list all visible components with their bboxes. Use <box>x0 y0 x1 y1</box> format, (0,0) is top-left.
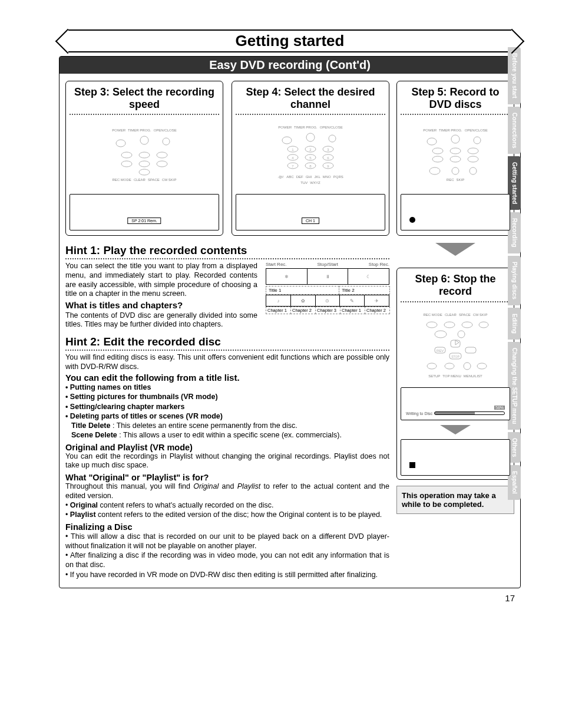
svg-point-46 <box>479 322 488 328</box>
page-header: Getting started <box>59 29 521 52</box>
svg-point-42 <box>470 167 477 174</box>
hint2-sub3-body: Throughout this manual, you will find Or… <box>65 482 389 500</box>
hint2-sub2: Original and Playlist (VR mode) <box>65 443 389 452</box>
svg-point-34 <box>432 148 443 154</box>
stop-square-icon <box>409 462 415 468</box>
svg-text:REV: REV <box>437 349 444 353</box>
hint2-sub2-body: You can edit the recordings in Playlist … <box>65 452 389 470</box>
svg-point-8 <box>157 161 167 167</box>
progress-bar <box>434 411 505 415</box>
step-6-box: Step 6: Stop the record REC MODECLEARSPA… <box>396 268 514 479</box>
progress-label: Writing to Disc <box>406 411 432 416</box>
timeline-start-rec: Start Rec. <box>266 262 287 267</box>
hint2-sub3: What "Original" or "Playlist" is for? <box>65 473 389 482</box>
svg-point-56 <box>427 363 437 369</box>
step-3-box: Step 3: Select the recording speed POWER… <box>65 81 223 236</box>
svg-text:STOP: STOP <box>451 355 459 358</box>
tab-before-you-start[interactable]: Before you start <box>508 47 521 104</box>
hint2-sub1: You can edit the following from a title … <box>65 373 389 383</box>
svg-point-40 <box>429 167 440 174</box>
step-4-title: Step 4: Select the desired channel <box>236 86 385 115</box>
svg-text:1: 1 <box>292 148 294 151</box>
hint1-sub1-body: The contents of DVD disc are generally d… <box>65 311 257 329</box>
page-body: Easy DVD recording (Cont'd) Step 3: Sele… <box>59 56 521 588</box>
svg-point-11 <box>306 133 315 141</box>
svg-point-41 <box>452 167 459 174</box>
hint2-fin-1: • After finalizing a disc if the recordi… <box>65 551 389 570</box>
svg-point-36 <box>468 148 478 154</box>
hint2-title: Hint 2: Edit the recorded disc <box>65 335 389 351</box>
timeline-ch1-1: Chapter 1 <box>266 307 291 314</box>
side-tab-bar: Before you start Connections Getting sta… <box>508 47 521 627</box>
timeline-ch2-1: Chapter 1 <box>340 307 365 314</box>
svg-point-2 <box>163 138 170 145</box>
svg-point-31 <box>427 138 437 145</box>
svg-point-45 <box>462 322 472 328</box>
svg-text:4: 4 <box>292 156 294 160</box>
remote-diagram-step6: REC MODECLEARSPACECM SKIP REV STOP SETUP… <box>401 307 510 384</box>
svg-point-33 <box>474 137 481 144</box>
svg-point-12 <box>329 135 336 142</box>
svg-point-58 <box>464 363 471 370</box>
subheader: Easy DVD recording (Cont'd) <box>59 57 520 74</box>
svg-rect-53 <box>465 347 476 353</box>
hint2-bullet-0: • Putting names on titles <box>65 383 389 392</box>
svg-point-5 <box>157 152 167 158</box>
hint1-sub1: What is titles and chapters? <box>65 300 257 311</box>
hint2-bullet-1: • Setting pictures for thumbnails (VR mo… <box>65 392 389 401</box>
screen-step4: CH 1 <box>236 194 385 230</box>
screen-step5 <box>401 194 510 230</box>
hint1-timeline-diagram: Start Rec. Stop/Start Stop Rec. ❄ ⏸ ☾ Ti… <box>266 262 389 330</box>
step6-note: This operation may take a while to be co… <box>396 486 514 514</box>
step-3-title: Step 3: Select the recording speed <box>70 86 219 115</box>
hint1-body-col: You can select the title you want to pla… <box>65 262 257 330</box>
svg-point-44 <box>444 322 455 328</box>
svg-point-7 <box>139 161 150 167</box>
svg-point-38 <box>450 156 461 162</box>
svg-point-57 <box>445 363 454 369</box>
svg-point-10 <box>282 137 292 144</box>
svg-point-39 <box>468 156 478 162</box>
step-4-box: Step 4: Select the desired channel POWER… <box>232 81 389 236</box>
screen-step6-progress: Writing to Disc <box>401 387 510 420</box>
hint1-title: Hint 1: Play the recorded contents <box>65 244 389 259</box>
svg-point-43 <box>427 322 437 328</box>
svg-point-9 <box>139 169 150 175</box>
timeline-title2: Title 2 <box>339 286 390 295</box>
screen-label-step3: SP 2:01 Rem. <box>127 218 161 224</box>
screen-label-step4: CH 1 <box>302 218 319 224</box>
svg-marker-49 <box>455 340 459 345</box>
svg-text:3: 3 <box>327 148 329 151</box>
svg-point-1 <box>140 136 148 144</box>
hint2-bullet-2: • Setting/clearing chapter markers <box>65 402 389 411</box>
hint2-sub4: Finalizing a Disc <box>65 522 389 532</box>
tab-editing[interactable]: Editing <box>508 308 521 340</box>
hint2-fin-0: • This will allow a disc that is recorde… <box>65 532 389 551</box>
remote-diagram-step5: POWERTIMER PROG.OPEN/CLOSE RECSKIP <box>401 120 510 190</box>
page-title: Getting started <box>68 29 511 52</box>
timeline-ch1-2: Chapter 2 <box>290 307 316 314</box>
arrow-down-icon-2 <box>440 425 471 434</box>
svg-text:5: 5 <box>309 156 312 160</box>
svg-text:7: 7 <box>292 164 294 168</box>
svg-text:9: 9 <box>327 164 329 168</box>
svg-point-59 <box>477 363 487 369</box>
hint2-fin-2: • If you have recorded in VR mode on DVD… <box>65 570 389 579</box>
svg-point-6 <box>121 161 132 167</box>
svg-point-47 <box>435 331 447 338</box>
svg-point-32 <box>451 135 459 143</box>
svg-point-4 <box>139 152 150 158</box>
timeline-title1: Title 1 <box>266 286 339 295</box>
step-5-box: Step 5: Record to DVD discs POWERTIMER P… <box>396 81 514 236</box>
hint2-orig-bullet: • Original content refers to what's actu… <box>65 500 389 510</box>
svg-text:2: 2 <box>309 148 312 151</box>
svg-text:6: 6 <box>327 156 329 160</box>
screen-step6-done <box>401 439 510 476</box>
tab-connections[interactable]: Connections <box>508 107 521 154</box>
hint2-scene-delete: Scene Delete : This allows a user to edi… <box>65 430 389 440</box>
step-6-title: Step 6: Stop the record <box>401 273 510 302</box>
tab-playing-discs[interactable]: Playing discs <box>508 256 521 305</box>
timeline-stop-rec: Stop Rec. <box>369 262 389 267</box>
hint2-pl-bullet: • Playlist content refers to the edited … <box>65 510 389 519</box>
timeline-ch2-2: Chapter 2 <box>365 307 390 314</box>
